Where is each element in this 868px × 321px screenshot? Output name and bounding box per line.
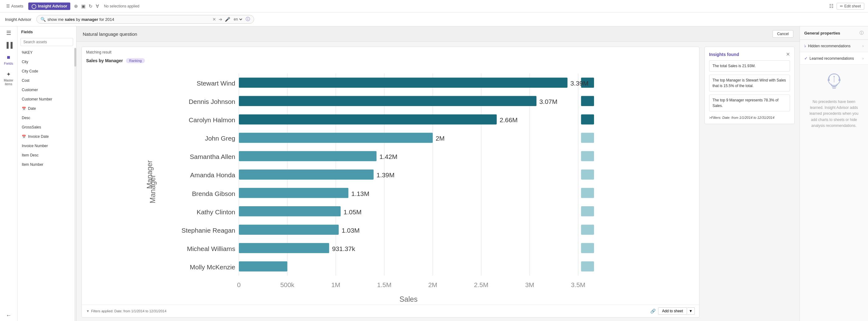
insights-panel: Insights found ✕ The total Sales is 21.9…: [705, 47, 795, 124]
sidebar-columns-icon[interactable]: ▐▐: [5, 42, 13, 49]
svg-rect-60: [239, 261, 287, 271]
insights-close-button[interactable]: ✕: [786, 51, 790, 57]
grid-layout-icon[interactable]: ☷: [829, 3, 834, 9]
field-item[interactable]: %KEY: [18, 48, 74, 57]
svg-text:Carolyn Halmon: Carolyn Halmon: [189, 116, 236, 124]
field-item[interactable]: Item Desc: [18, 151, 74, 160]
svg-rect-36: [239, 151, 377, 161]
sidebar-collapse-icon[interactable]: ←: [6, 312, 11, 321]
svg-text:Stewart Wind: Stewart Wind: [196, 79, 235, 87]
chart-footer-left: ▼ Filters applied: Date: from 1/1/2014 t…: [86, 309, 166, 313]
sidebar-master-items-icon[interactable]: ✦ Master items: [0, 71, 17, 86]
insight-advisor-tab[interactable]: ◯ Insight Advisor: [28, 2, 70, 10]
insight-advisor-label: Insight Advisor: [5, 17, 31, 22]
search-bar-row: Insight Advisor 🔍 show me sales by manag…: [0, 12, 868, 26]
svg-text:Amanda Honda: Amanda Honda: [190, 171, 235, 179]
matching-result-label: Matching result: [82, 47, 699, 56]
right-panel: General properties ⓘ ♭ Hidden recommenda…: [800, 26, 868, 321]
cancel-button[interactable]: Cancel: [773, 30, 793, 38]
field-item[interactable]: 📅Invoice Date: [18, 132, 74, 141]
svg-rect-41: [581, 169, 594, 180]
scrollbar-thumb[interactable]: [74, 48, 76, 67]
add-to-sheet-dropdown[interactable]: ▼: [687, 307, 695, 315]
insights-header: Insights found ✕: [709, 51, 790, 57]
top-bar: ☰ Assets ◯ Insight Advisor ⊕ ▣ ↻ ∀ No se…: [0, 0, 868, 12]
svg-rect-32: [239, 133, 433, 143]
info-icon[interactable]: ⓘ: [246, 17, 250, 22]
hidden-recommendations-item[interactable]: ♭ Hidden recommendations ›: [800, 40, 868, 52]
svg-text:3.39M: 3.39M: [570, 79, 588, 87]
bar-chart-svg: Manager 0500k1M1.5M2M2.5M3M3.5MSalesMana…: [85, 66, 696, 304]
field-item[interactable]: Item Number: [18, 160, 74, 169]
svg-text:2M: 2M: [428, 281, 437, 288]
right-panel-header: General properties ⓘ: [800, 26, 868, 40]
right-panel-scroll: ♭ Hidden recommendations › ✓ Learned rec…: [800, 40, 868, 135]
field-item[interactable]: Customer: [18, 85, 74, 95]
mic-icon[interactable]: 🎤: [225, 17, 230, 22]
search-assets-input[interactable]: [21, 38, 73, 46]
selections-icon[interactable]: ▣: [81, 3, 86, 9]
insight-box-2: The top Manager is Stewart Wind with Sal…: [709, 75, 790, 91]
fields-search[interactable]: [18, 36, 76, 48]
scrollbar-track[interactable]: [74, 48, 76, 321]
svg-rect-56: [239, 243, 329, 253]
filter-icon: ▼: [86, 309, 90, 313]
forward-icon[interactable]: ∀: [96, 3, 99, 9]
filter-text: Filters applied: Date: from 1/1/2014 to …: [91, 309, 166, 313]
search-icon: 🔍: [40, 17, 46, 22]
svg-text:Kathy Clinton: Kathy Clinton: [196, 208, 235, 216]
ranking-badge: Ranking: [126, 58, 145, 63]
svg-rect-37: [581, 151, 594, 161]
clear-search-button[interactable]: ✕: [212, 17, 216, 22]
svg-text:1.5M: 1.5M: [377, 281, 391, 288]
svg-text:Manager: Manager: [146, 160, 154, 189]
svg-rect-52: [239, 225, 339, 234]
field-item[interactable]: Invoice Number: [18, 141, 74, 151]
smart-search-icon[interactable]: ⊕: [74, 3, 78, 9]
learned-recommendations-item[interactable]: ✓ Learned recommendations ›: [800, 52, 868, 65]
insight-filter: >Filters: Date: from 1/1/2014 to 12/31/2…: [709, 116, 790, 120]
edit-sheet-button[interactable]: ✏ Edit sheet: [837, 3, 864, 10]
insights-title: Insights found: [709, 52, 739, 57]
svg-text:3.07M: 3.07M: [539, 98, 557, 105]
main-layout: ☰ ▐▐ ■ Fields ✦ Master items ← Fields %K…: [0, 26, 868, 321]
check-icon: ✓: [804, 56, 808, 61]
svg-rect-40: [239, 169, 373, 180]
hidden-rec-icon: ♭: [804, 43, 806, 48]
field-item[interactable]: GrossSales: [18, 123, 74, 132]
share-icon-button[interactable]: 🔗: [650, 309, 656, 314]
search-input-wrap[interactable]: 🔍 show me sales by manager for 2014 ✕ ➔ …: [36, 15, 254, 24]
language-select[interactable]: en fr de: [232, 17, 243, 22]
sidebar-toggle[interactable]: ☰: [6, 30, 11, 36]
svg-text:Molly McKenzie: Molly McKenzie: [190, 263, 235, 270]
svg-rect-29: [581, 115, 594, 124]
field-item[interactable]: Cost: [18, 76, 74, 85]
svg-point-68: [834, 76, 835, 77]
field-item[interactable]: City: [18, 57, 74, 67]
lightbulb-area: No precedents have been learned. Insight…: [800, 65, 868, 135]
sidebar-fields-icon[interactable]: ■ Fields: [4, 54, 13, 65]
svg-text:931.37k: 931.37k: [332, 245, 355, 252]
add-to-sheet-button[interactable]: Add to sheet: [658, 307, 687, 315]
field-item[interactable]: Customer Number: [18, 95, 74, 104]
svg-text:1.05M: 1.05M: [344, 208, 362, 216]
field-item[interactable]: City Code: [18, 67, 74, 76]
go-button[interactable]: ➔: [219, 17, 222, 22]
svg-text:Micheal Williams: Micheal Williams: [187, 245, 235, 252]
pencil-icon: ✏: [840, 4, 843, 8]
lightbulb-text: No precedents have been learned. Insight…: [806, 99, 862, 129]
chart-header: Sales by Manager Ranking: [82, 56, 699, 64]
svg-text:1M: 1M: [331, 281, 340, 288]
svg-rect-61: [581, 261, 594, 271]
back-icon[interactable]: ↻: [89, 3, 93, 9]
menu-icon: ☰: [6, 30, 11, 36]
svg-rect-25: [581, 96, 594, 106]
field-item[interactable]: Desc: [18, 113, 74, 123]
svg-rect-24: [239, 96, 536, 106]
right-panel-help-icon[interactable]: ⓘ: [860, 30, 864, 36]
field-item[interactable]: 📅Date: [18, 104, 74, 113]
assets-nav[interactable]: ☰ Assets: [4, 4, 26, 8]
svg-text:2.5M: 2.5M: [474, 281, 488, 288]
top-bar-right: ☷ ✏ Edit sheet: [829, 3, 864, 10]
nlq-header: Natural language question Cancel: [76, 26, 800, 42]
